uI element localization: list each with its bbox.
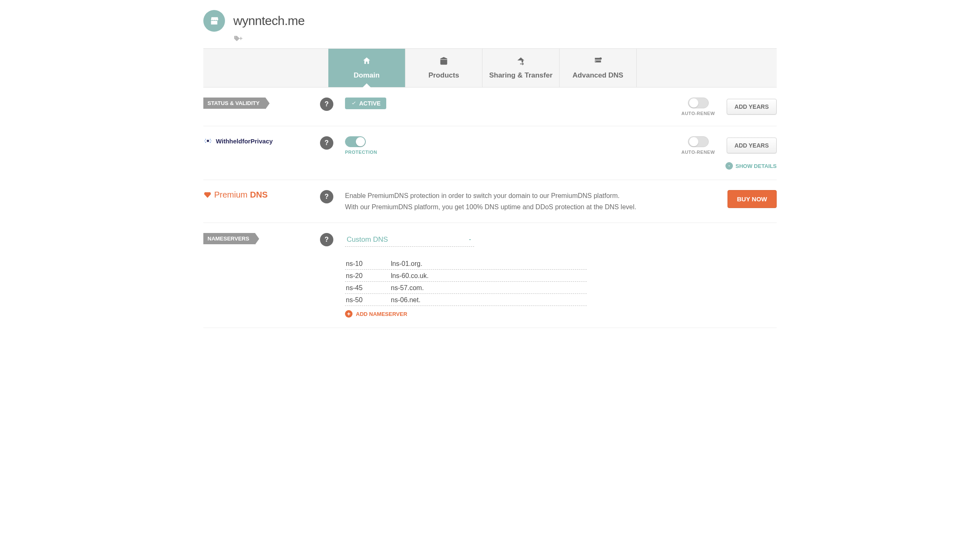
section-nameservers: NAMESERVERS ? Custom DNS ns-10lns-01.org… bbox=[203, 223, 777, 328]
svg-point-1 bbox=[207, 140, 209, 142]
nameserver-part1: ns-20 bbox=[346, 272, 374, 280]
nameserver-part1: ns-50 bbox=[346, 296, 374, 304]
privacy-brand: WithheldforPrivacy bbox=[203, 136, 273, 145]
toggle-label: AUTO-RENEW bbox=[681, 111, 715, 116]
svg-point-0 bbox=[600, 58, 602, 60]
nameserver-select[interactable]: Custom DNS bbox=[345, 233, 474, 247]
tabs: Domain Products Sharing & Transfer Advan… bbox=[203, 48, 777, 88]
nameserver-part2: lns-01.org. bbox=[391, 260, 586, 268]
nameserver-select-value: Custom DNS bbox=[347, 235, 388, 244]
show-details-link[interactable]: SHOW DETAILS bbox=[725, 162, 777, 170]
nameserver-input-row[interactable]: ns-45ns-57.com. bbox=[345, 283, 587, 294]
tab-sharing[interactable]: Sharing & Transfer bbox=[482, 49, 560, 87]
nameserver-part2: ns-06.net. bbox=[391, 296, 586, 304]
section-label: NAMESERVERS bbox=[203, 233, 255, 244]
chevron-down-icon bbox=[468, 237, 472, 242]
premiumdns-part1: Premium bbox=[214, 190, 248, 200]
protection-toggle[interactable] bbox=[345, 136, 366, 147]
nameserver-input-row[interactable]: ns-50ns-06.net. bbox=[345, 295, 587, 306]
svg-point-2 bbox=[205, 139, 206, 140]
svg-point-6 bbox=[205, 140, 205, 141]
show-details-text: SHOW DETAILS bbox=[735, 163, 777, 169]
nameserver-input-row[interactable]: ns-10lns-01.org. bbox=[345, 258, 587, 270]
plus-icon: + bbox=[345, 310, 352, 318]
premiumdns-desc-1: Enable PremiumDNS protection in order to… bbox=[345, 190, 643, 201]
section-premiumdns: PremiumDNS ? Enable PremiumDNS protectio… bbox=[203, 180, 777, 223]
svg-point-4 bbox=[205, 142, 206, 143]
chevron-down-icon bbox=[725, 162, 733, 170]
svg-point-7 bbox=[210, 140, 211, 141]
tab-advanced-dns[interactable]: Advanced DNS bbox=[560, 49, 637, 87]
nameserver-input-row[interactable]: ns-20lns-60.co.uk. bbox=[345, 270, 587, 282]
buy-now-button[interactable]: BUY NOW bbox=[728, 190, 777, 208]
box-icon bbox=[410, 56, 478, 67]
add-nameserver-button[interactable]: + ADD NAMESERVER bbox=[345, 310, 643, 318]
tab-products[interactable]: Products bbox=[405, 49, 482, 87]
nameserver-part2: ns-57.com. bbox=[391, 284, 586, 292]
tab-label: Products bbox=[428, 71, 459, 79]
premiumdns-brand: PremiumDNS bbox=[203, 190, 268, 200]
help-button[interactable]: ? bbox=[320, 190, 333, 203]
help-button[interactable]: ? bbox=[320, 98, 333, 111]
store-icon bbox=[203, 10, 225, 32]
toggle-label: AUTO-RENEW bbox=[681, 150, 715, 155]
auto-renew-toggle[interactable] bbox=[688, 136, 709, 147]
toggle-label: PROTECTION bbox=[345, 150, 377, 155]
tab-label: Advanced DNS bbox=[572, 71, 623, 79]
help-button[interactable]: ? bbox=[320, 136, 333, 150]
add-nameserver-label: ADD NAMESERVER bbox=[356, 311, 407, 317]
privacy-icon bbox=[203, 136, 212, 145]
tag-icon[interactable]: + bbox=[233, 35, 242, 42]
section-status: STATUS & VALIDITY ? ACTIVE AUTO-RENEW AD… bbox=[203, 88, 777, 126]
add-years-button[interactable]: ADD YEARS bbox=[727, 99, 777, 115]
nameserver-part1: ns-45 bbox=[346, 284, 374, 292]
auto-renew-toggle[interactable] bbox=[688, 98, 709, 108]
section-label: STATUS & VALIDITY bbox=[203, 98, 265, 109]
tab-domain[interactable]: Domain bbox=[328, 49, 405, 87]
premiumdns-part2: DNS bbox=[250, 190, 268, 200]
help-button[interactable]: ? bbox=[320, 233, 333, 246]
privacy-brand-text: WithheldforPrivacy bbox=[216, 138, 273, 145]
add-years-button[interactable]: ADD YEARS bbox=[727, 138, 777, 153]
share-icon bbox=[487, 56, 555, 67]
page-title: wynntech.me bbox=[233, 14, 305, 28]
check-icon bbox=[351, 100, 357, 106]
section-privacy: WithheldforPrivacy ? PROTECTION AUTO-REN… bbox=[203, 126, 777, 180]
premiumdns-desc-2: With our PremiumDNS platform, you get 10… bbox=[345, 201, 643, 213]
tab-label: Domain bbox=[354, 71, 380, 79]
nameserver-part1: ns-10 bbox=[346, 260, 374, 268]
nameserver-part2: lns-60.co.uk. bbox=[391, 272, 586, 280]
status-badge: ACTIVE bbox=[345, 98, 386, 109]
svg-point-3 bbox=[210, 139, 210, 140]
server-icon bbox=[564, 56, 632, 67]
status-badge-text: ACTIVE bbox=[359, 100, 380, 107]
svg-point-5 bbox=[210, 142, 210, 143]
home-icon bbox=[332, 56, 401, 67]
diamond-icon bbox=[203, 191, 212, 199]
tab-label: Sharing & Transfer bbox=[489, 71, 552, 79]
